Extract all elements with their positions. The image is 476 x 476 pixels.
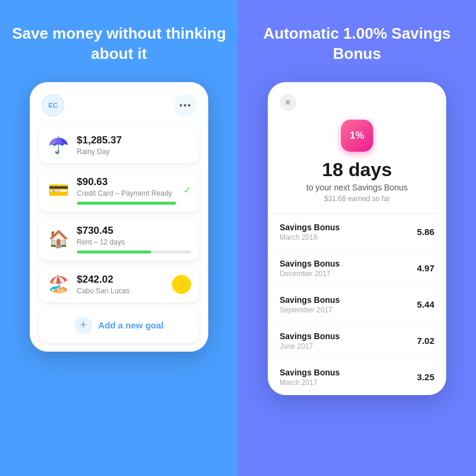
left-heading: Save money without thinking about it [12,24,226,64]
avatar: EC [42,94,64,117]
savings-row-3-left: Savings Bonus September 2017 [280,295,340,314]
credit-card-progress [77,202,176,205]
close-button[interactable]: ✕ [280,94,296,111]
bolt-icon: ⚡ [172,275,191,294]
dot-3 [188,104,190,107]
savings-row-2-amount: 4.97 [417,263,434,273]
right-heading: Automatic 1.00% Savings Bonus [250,24,464,64]
goal-card-rainy-day[interactable]: ☂️ $1,285.37 Rainy Day [39,127,199,163]
credit-card-label: Credit Card – Payment Ready [77,189,176,198]
savings-row-3: Savings Bonus September 2017 5.44 [268,287,446,323]
rent-icon: 🏠 [47,229,70,249]
phone-header: EC [39,94,199,117]
savings-row-1-date: March 2018 [280,233,340,242]
rent-label: Rent – 12 days [77,238,191,246]
rainy-day-label: Rainy Day [77,148,191,156]
cabo-info: $242.02 Cabo San Lucas [77,274,165,295]
savings-row-2-date: December 2017 [280,270,340,278]
right-phone-mockup: ✕ 1% 18 days to your next Savings Bonus … [268,82,446,395]
savings-row-4-date: June 2017 [280,342,340,350]
savings-row-5-amount: 3.25 [417,372,434,382]
cabo-label: Cabo San Lucas [77,287,165,295]
savings-row-5-title: Savings Bonus [280,368,340,377]
savings-row-5: Savings Bonus March 2017 3.25 [268,359,446,395]
rent-progress [77,250,191,253]
next-bonus-text: to your next Savings Bonus [306,183,408,192]
cabo-amount: $242.02 [77,274,165,286]
savings-row-2-left: Savings Bonus December 2017 [280,259,340,278]
add-icon: + [74,317,92,334]
dots-menu-button[interactable] [174,94,196,117]
days-count: 18 days [322,159,392,181]
savings-row-3-date: September 2017 [280,306,340,314]
check-icon: ✓ [183,184,191,196]
dot-2 [184,104,186,107]
rent-info: $730.45 Rent – 12 days [77,225,191,253]
credit-card-info: $90.63 Credit Card – Payment Ready [77,176,176,205]
savings-row-5-left: Savings Bonus March 2017 [280,368,340,387]
left-phone-mockup: EC ☂️ $1,285.37 Rainy Day 💳 $90.63 Credi… [30,82,208,352]
savings-row-1-left: Savings Bonus March 2018 [280,223,340,242]
right-phone-header: ✕ [268,94,446,120]
savings-row-1-title: Savings Bonus [280,223,340,232]
savings-list: Savings Bonus March 2018 5.86 Savings Bo… [268,214,446,395]
goal-card-rent[interactable]: 🏠 $730.45 Rent – 12 days [39,218,199,261]
goal-card-credit-card[interactable]: 💳 $90.63 Credit Card – Payment Ready ✓ [39,169,199,212]
savings-row-2: Savings Bonus December 2017 4.97 [268,250,446,287]
credit-card-icon: 💳 [47,180,70,200]
savings-row-5-date: March 2017 [280,378,340,387]
savings-row-1: Savings Bonus March 2018 5.86 [268,214,446,250]
dot-1 [180,104,182,107]
rainy-day-amount: $1,285.37 [77,134,191,146]
savings-row-2-title: Savings Bonus [280,259,340,268]
savings-row-3-title: Savings Bonus [280,295,340,305]
goal-card-cabo[interactable]: 🏖️ $242.02 Cabo San Lucas ⚡ [39,267,199,302]
rent-amount: $730.45 [77,225,191,237]
add-goal-label: Add a new goal [98,320,164,330]
rainy-day-info: $1,285.37 Rainy Day [77,134,191,156]
rent-fill [77,250,151,253]
savings-row-3-amount: 5.44 [417,299,434,309]
savings-row-4-amount: 7.02 [417,336,434,346]
right-panel: Automatic 1.00% Savings Bonus ✕ 1% 18 da… [238,0,476,476]
savings-row-1-amount: 5.86 [417,227,434,237]
savings-row-4: Savings Bonus June 2017 7.02 [268,323,446,359]
savings-row-4-title: Savings Bonus [280,331,340,341]
rainy-day-icon: ☂️ [47,135,70,155]
add-goal-button[interactable]: + Add a new goal [39,308,199,343]
credit-card-fill [77,202,176,205]
bonus-hero-section: 1% 18 days to your next Savings Bonus $3… [268,120,446,214]
savings-row-4-left: Savings Bonus June 2017 [280,331,340,350]
cabo-icon: 🏖️ [47,274,70,294]
left-panel: Save money without thinking about it EC … [0,0,238,476]
credit-card-amount: $90.63 [77,176,176,188]
earned-text: $31.68 earned so far [324,195,390,203]
percent-badge: 1% [341,120,373,152]
